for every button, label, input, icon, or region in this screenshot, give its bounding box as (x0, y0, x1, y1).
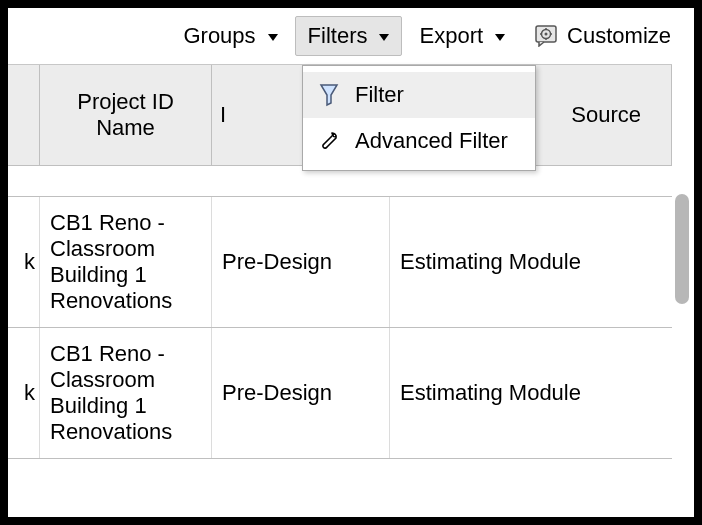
cell-project-name: CB1 Reno - Classroom Building 1 Renovati… (40, 197, 212, 327)
customize-button[interactable]: Customize (522, 16, 684, 56)
svg-point-2 (545, 33, 548, 36)
groups-button[interactable]: Groups (170, 16, 290, 56)
cell-source: Estimating Module (390, 328, 672, 458)
wrench-icon (317, 130, 341, 152)
chevron-down-icon (495, 34, 505, 41)
column-header[interactable] (8, 65, 40, 165)
column-header-label: I (220, 102, 226, 128)
customize-label: Customize (567, 23, 671, 49)
export-label: Export (419, 23, 483, 49)
gear-icon (535, 25, 557, 47)
column-header-project-id-name[interactable]: Project ID Name (40, 65, 212, 165)
cell: k (8, 197, 40, 327)
column-header-label: Project ID Name (48, 89, 203, 141)
scroll-thumb[interactable] (675, 194, 689, 304)
groups-label: Groups (183, 23, 255, 49)
table-row[interactable]: k CB1 Reno - Classroom Building 1 Renova… (8, 197, 672, 328)
cell: Pre-Design (212, 328, 390, 458)
cell-project-name: CB1 Reno - Classroom Building 1 Renovati… (40, 328, 212, 458)
menu-item-label: Advanced Filter (355, 128, 508, 154)
filters-dropdown: Filter Advanced Filter (302, 65, 536, 171)
chevron-down-icon (268, 34, 278, 41)
svg-point-7 (333, 134, 336, 137)
cell: k (8, 328, 40, 458)
filters-label: Filters (308, 23, 368, 49)
menu-item-label: Filter (355, 82, 404, 108)
cell: Pre-Design (212, 197, 390, 327)
filters-button[interactable]: Filters (295, 16, 403, 56)
funnel-icon (317, 83, 341, 107)
toolbar: Groups Filters Export (8, 8, 694, 64)
table-row[interactable]: k CB1 Reno - Classroom Building 1 Renova… (8, 328, 672, 459)
cell-source: Estimating Module (390, 197, 672, 327)
chevron-down-icon (379, 34, 389, 41)
menu-item-advanced-filter[interactable]: Advanced Filter (303, 118, 535, 164)
column-header-label: Source (571, 102, 641, 128)
menu-item-filter[interactable]: Filter (303, 72, 535, 118)
export-button[interactable]: Export (406, 16, 518, 56)
vertical-scrollbar[interactable] (672, 194, 694, 517)
